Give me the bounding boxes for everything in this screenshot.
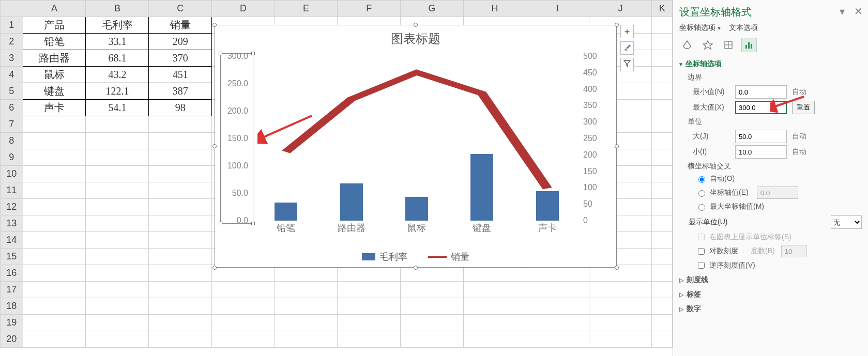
cell[interactable]: 毛利率 — [86, 17, 149, 34]
col-header[interactable]: G — [401, 1, 464, 17]
cell[interactable] — [652, 199, 673, 215]
cell[interactable] — [526, 282, 589, 298]
cell[interactable] — [23, 215, 86, 232]
row-header[interactable]: 2 — [1, 34, 23, 50]
effects-icon[interactable] — [700, 38, 715, 52]
cell[interactable] — [86, 133, 149, 149]
cell[interactable]: 98 — [149, 100, 212, 116]
cell[interactable] — [212, 315, 275, 331]
line-series[interactable] — [253, 56, 580, 221]
cell[interactable] — [149, 298, 212, 315]
axis-options-icon[interactable] — [741, 38, 757, 52]
cell[interactable] — [86, 265, 149, 282]
section-labels[interactable]: 标签 — [679, 290, 862, 299]
cell[interactable] — [589, 331, 652, 348]
minor-unit-input[interactable] — [735, 145, 787, 159]
cell[interactable] — [86, 298, 149, 315]
row-header[interactable]: 16 — [1, 265, 23, 282]
cell[interactable] — [149, 315, 212, 331]
cell[interactable] — [86, 182, 149, 199]
primary-y-axis[interactable]: 0.0 50.0 100.0 150.0 200.0 250.0 300.0 — [220, 56, 251, 221]
cross-auto-radio[interactable] — [698, 176, 705, 183]
row-header[interactable]: 7 — [1, 116, 23, 133]
cell[interactable] — [23, 298, 86, 315]
cell[interactable]: 路由器 — [23, 50, 86, 67]
cell[interactable] — [652, 265, 673, 282]
resize-handle[interactable] — [212, 266, 217, 270]
tab-axis-options[interactable]: 坐标轴选项 ▼ — [679, 23, 722, 33]
cell[interactable] — [149, 249, 212, 265]
cell[interactable] — [401, 331, 464, 348]
reverse-order-checkbox[interactable] — [698, 262, 705, 269]
cell[interactable] — [526, 315, 589, 331]
cell[interactable] — [652, 100, 673, 116]
cell[interactable] — [23, 265, 86, 282]
cell[interactable] — [275, 282, 338, 298]
cell[interactable]: 33.1 — [86, 34, 149, 50]
cell[interactable] — [23, 149, 86, 166]
cell[interactable] — [652, 116, 673, 133]
row-header[interactable]: 6 — [1, 100, 23, 116]
cell[interactable] — [23, 315, 86, 331]
row-header[interactable]: 10 — [1, 166, 23, 182]
row-header[interactable]: 17 — [1, 282, 23, 298]
row-header[interactable]: 13 — [1, 215, 23, 232]
cell[interactable] — [589, 315, 652, 331]
col-header[interactable]: K — [652, 1, 673, 17]
cross-value-radio[interactable] — [698, 190, 705, 197]
row-header[interactable]: 18 — [1, 298, 23, 315]
cell[interactable] — [526, 331, 589, 348]
cell[interactable] — [652, 133, 673, 149]
cell[interactable] — [86, 166, 149, 182]
cell[interactable] — [652, 34, 673, 50]
cell[interactable] — [401, 298, 464, 315]
row-header[interactable]: 5 — [1, 83, 23, 100]
size-properties-icon[interactable] — [721, 38, 736, 52]
chart-legend[interactable]: 毛利率 销量 — [215, 251, 616, 263]
plot-region[interactable] — [253, 56, 580, 221]
cell[interactable]: 54.1 — [86, 100, 149, 116]
cell[interactable] — [86, 232, 149, 249]
chart-styles-button[interactable] — [620, 41, 634, 55]
col-header[interactable]: F — [338, 1, 401, 17]
col-header[interactable]: J — [589, 1, 652, 17]
cell[interactable] — [652, 215, 673, 232]
tab-text-options[interactable]: 文本选项 — [729, 23, 758, 33]
cell[interactable] — [23, 133, 86, 149]
resize-handle[interactable] — [212, 23, 217, 27]
cell[interactable] — [86, 249, 149, 265]
cell[interactable]: 122.1 — [86, 83, 149, 100]
select-all-corner[interactable] — [1, 1, 23, 17]
legend-item[interactable]: 毛利率 — [362, 251, 407, 263]
row-header[interactable]: 15 — [1, 249, 23, 265]
cell[interactable] — [23, 282, 86, 298]
cell[interactable] — [463, 298, 526, 315]
cell[interactable] — [275, 331, 338, 348]
cell[interactable] — [149, 182, 212, 199]
cell[interactable] — [86, 215, 149, 232]
cell[interactable] — [149, 282, 212, 298]
cell[interactable]: 370 — [149, 50, 212, 67]
cell[interactable] — [86, 116, 149, 133]
row-header[interactable]: 19 — [1, 315, 23, 331]
cell[interactable] — [149, 149, 212, 166]
row-header[interactable]: 4 — [1, 67, 23, 83]
cell[interactable]: 209 — [149, 34, 212, 50]
cell[interactable] — [86, 149, 149, 166]
cell[interactable] — [652, 315, 673, 331]
cell[interactable] — [652, 67, 673, 83]
cell[interactable] — [401, 282, 464, 298]
col-header[interactable]: C — [149, 1, 212, 17]
cell[interactable] — [86, 199, 149, 215]
cell[interactable] — [652, 83, 673, 100]
worksheet-area[interactable]: A B C D E F G H I J K 1产品毛利率销量2铅笔33.1209… — [0, 0, 673, 356]
category-axis[interactable]: 铅笔 路由器 鼠标 键盘 声卡 — [253, 222, 580, 236]
cell[interactable] — [23, 116, 86, 133]
cell[interactable] — [149, 133, 212, 149]
secondary-y-axis[interactable]: 0 50 100 150 200 250 300 350 400 450 500 — [580, 56, 611, 221]
row-header[interactable]: 8 — [1, 133, 23, 149]
cell[interactable] — [652, 149, 673, 166]
cell[interactable]: 键盘 — [23, 83, 86, 100]
row-header[interactable]: 20 — [1, 331, 23, 348]
cell[interactable]: 产品 — [23, 17, 86, 34]
